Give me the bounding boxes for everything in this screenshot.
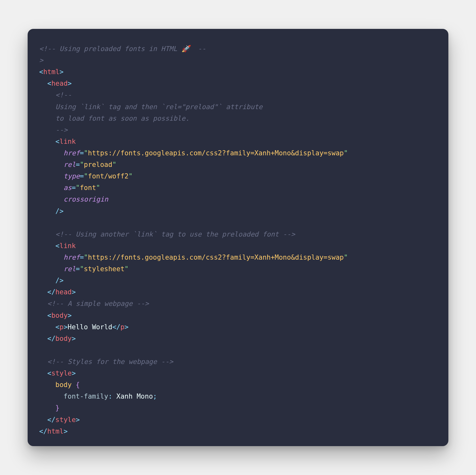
token-pn: < xyxy=(47,80,51,87)
token-pn: : xyxy=(108,393,112,400)
token-sq: " xyxy=(80,265,84,273)
token-at: as xyxy=(64,184,72,192)
token-sq: " xyxy=(125,265,129,273)
code-line: <html> xyxy=(39,68,64,76)
token-st: stylesheet xyxy=(84,265,124,273)
code-line: href="https://fonts.googleapis.com/css2?… xyxy=(39,254,348,261)
token-pn: > xyxy=(72,369,76,377)
token-ws xyxy=(112,393,117,400)
code-line: to load font as soon as possible. xyxy=(39,115,190,122)
code-line xyxy=(39,346,43,354)
token-pn: < xyxy=(39,68,43,76)
token-at: type xyxy=(64,172,80,180)
token-tg: html xyxy=(43,68,60,76)
token-pn: < xyxy=(56,138,60,145)
token-st: https://fonts.googleapis.com/css2?family… xyxy=(88,254,344,261)
token-pn: < xyxy=(56,242,60,250)
code-line: </html> xyxy=(39,428,68,435)
code-line: crossorigin xyxy=(39,195,108,203)
code-line: <!-- xyxy=(39,91,72,99)
code-line: <p>Hello World</p> xyxy=(39,323,128,331)
token-st: font/woff2 xyxy=(88,172,128,180)
code-line: --> xyxy=(39,126,68,134)
token-sq: " xyxy=(84,254,88,261)
token-ws xyxy=(39,149,64,157)
token-eq: = xyxy=(80,254,84,261)
token-cm: <!-- xyxy=(56,91,72,99)
token-st: preload xyxy=(84,161,112,168)
token-at: rel xyxy=(64,265,76,273)
token-at: rel xyxy=(64,161,76,168)
token-tg: style xyxy=(56,416,76,424)
token-ws xyxy=(39,115,56,122)
token-tg: link xyxy=(59,138,76,145)
code-card: <!-- Using preloaded fonts in HTML 🚀 -- … xyxy=(28,29,448,446)
token-ws xyxy=(39,381,56,389)
code-line: </head> xyxy=(39,288,76,296)
code-line: <body> xyxy=(39,312,72,319)
token-ws xyxy=(39,369,47,377)
code-line: <!-- Using preloaded fonts in HTML 🚀 -- xyxy=(39,45,206,53)
page-background: <!-- Using preloaded fonts in HTML 🚀 -- … xyxy=(0,0,476,475)
token-ws xyxy=(39,219,43,227)
code-line: /> xyxy=(39,277,64,284)
token-tg: body xyxy=(51,312,68,319)
token-ws xyxy=(39,126,56,134)
token-ws xyxy=(39,207,56,215)
token-sq: " xyxy=(84,149,88,157)
token-sel: body xyxy=(56,381,72,389)
code-line: > xyxy=(39,56,43,64)
token-tx: Hello World xyxy=(68,323,112,331)
token-ws xyxy=(72,381,76,389)
code-line: <!-- Styles for the webpage --> xyxy=(39,358,173,366)
token-tg: head xyxy=(51,80,68,87)
code-line: /> xyxy=(39,207,64,215)
token-ws xyxy=(39,300,47,307)
token-tg: html xyxy=(47,428,64,435)
token-pn: > xyxy=(64,323,68,331)
token-eq: = xyxy=(80,149,84,157)
code-line: href="https://fonts.googleapis.com/css2?… xyxy=(39,149,348,157)
token-sq: " xyxy=(344,254,348,261)
code-line: <link xyxy=(39,242,76,250)
token-pn: </ xyxy=(39,428,47,435)
token-ws xyxy=(39,91,56,99)
token-tg: style xyxy=(51,369,72,377)
token-sq: " xyxy=(344,149,348,157)
token-sq: " xyxy=(112,161,117,168)
code-line: font-family: Xanh Mono; xyxy=(39,393,157,400)
token-tg: p xyxy=(59,323,64,331)
token-ws xyxy=(39,265,64,273)
code-line: Using `link` tag and then `rel="preload"… xyxy=(39,103,262,111)
token-at: crossorigin xyxy=(64,195,108,203)
code-line: <!-- A simple webpage --> xyxy=(39,300,149,307)
token-pn: /> xyxy=(56,277,64,284)
token-eq: = xyxy=(76,265,80,273)
token-prop: font-family xyxy=(64,393,108,400)
code-line: type="font/woff2" xyxy=(39,172,133,180)
token-ws xyxy=(39,323,56,331)
token-ws xyxy=(39,103,56,111)
token-pn: </ xyxy=(47,416,55,424)
token-pn: > xyxy=(59,68,64,76)
token-ws xyxy=(39,312,47,319)
token-ws xyxy=(39,80,47,87)
token-pn: ; xyxy=(153,393,157,400)
token-st: https://fonts.googleapis.com/css2?family… xyxy=(88,149,344,157)
token-ws xyxy=(39,161,64,168)
token-sq: " xyxy=(96,184,100,192)
token-tg: head xyxy=(56,288,72,296)
token-pn: > xyxy=(72,335,76,342)
token-tg: body xyxy=(56,335,72,342)
token-ws xyxy=(39,230,56,238)
token-pn: > xyxy=(64,428,68,435)
token-eq: = xyxy=(72,184,76,192)
code-line: <style> xyxy=(39,369,76,377)
token-ws xyxy=(39,184,64,192)
token-pn: > xyxy=(125,323,129,331)
token-ws xyxy=(39,195,64,203)
code-line: </style> xyxy=(39,416,80,424)
token-ws xyxy=(39,346,43,354)
token-cm: <!-- Using another `link` tag to use the… xyxy=(56,230,295,238)
token-cm: <!-- Using preloaded fonts in HTML 🚀 -- xyxy=(39,45,206,53)
